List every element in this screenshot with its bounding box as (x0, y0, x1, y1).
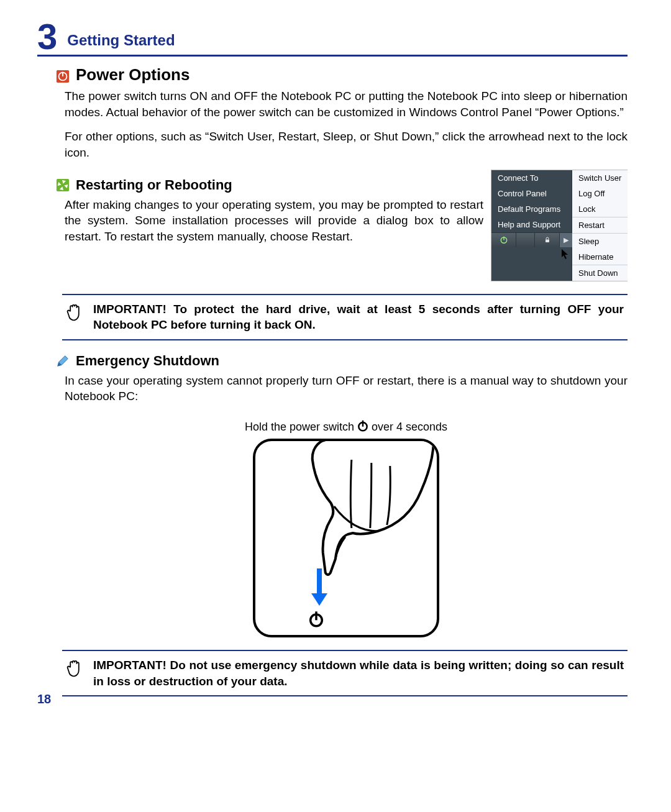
cursor-icon (561, 249, 570, 262)
down-arrow-icon (310, 568, 329, 609)
important-note: IMPORTANT! Do not use emergency shutdown… (62, 650, 628, 696)
hand-stop-icon (66, 303, 84, 333)
figure-caption: Hold the power switch over 4 seconds (245, 419, 447, 435)
menu-item: Connect To (491, 170, 572, 186)
note-text: IMPORTANT! Do not use emergency shutdown… (93, 657, 624, 689)
chapter-number: 3 (37, 19, 57, 55)
pen-icon (56, 354, 70, 368)
start-menu-screenshot: Connect To Control Panel Default Program… (491, 170, 628, 281)
heading-text: Emergency Shutdown (76, 353, 219, 369)
svg-rect-9 (317, 568, 322, 593)
menu-item: Control Panel (491, 186, 572, 201)
arrow-right-icon: ▶ (560, 233, 572, 247)
menu-item: Restart (572, 217, 628, 233)
note-text: IMPORTANT! To protect the hard drive, wa… (93, 301, 624, 333)
body-text: After making changes to your operating s… (65, 197, 483, 245)
power-icon (56, 68, 70, 82)
important-note: IMPORTANT! To protect the hard drive, wa… (62, 294, 628, 340)
power-icon (357, 419, 369, 435)
lock-icon (535, 233, 560, 247)
menu-item: Log Off (572, 186, 628, 201)
section-heading-power-options: Power Options (56, 65, 628, 84)
menu-item: Lock (572, 201, 628, 217)
section-heading-emergency: Emergency Shutdown (56, 353, 628, 369)
body-text: In case your operating system cannot pro… (65, 373, 628, 404)
hand-press-illustration (253, 439, 439, 637)
menu-item: Sleep (572, 234, 628, 249)
power-icon (308, 610, 325, 630)
section-heading-restarting: Restarting or Rebooting (56, 177, 483, 193)
page-number: 18 (37, 692, 51, 706)
menu-bottom-bar: ▶ (491, 232, 572, 247)
body-text: For other options, such as “Switch User,… (65, 129, 628, 160)
menu-item: Help and Support (491, 217, 572, 232)
menu-item: Switch User (572, 170, 628, 186)
menu-item: Hibernate (572, 249, 628, 265)
menu-item: Shut Down (572, 265, 628, 281)
power-button-icon (491, 233, 516, 247)
heading-text: Power Options (76, 65, 189, 84)
restart-icon (56, 178, 70, 192)
heading-text: Restarting or Rebooting (76, 177, 232, 193)
menu-item: Default Programs (491, 201, 572, 217)
body-text: The power switch turns ON and OFF the No… (65, 88, 628, 120)
chapter-header: 3 Getting Started (37, 19, 628, 57)
chapter-title: Getting Started (67, 32, 175, 49)
hand-stop-icon (66, 659, 84, 689)
svg-rect-6 (545, 240, 549, 243)
